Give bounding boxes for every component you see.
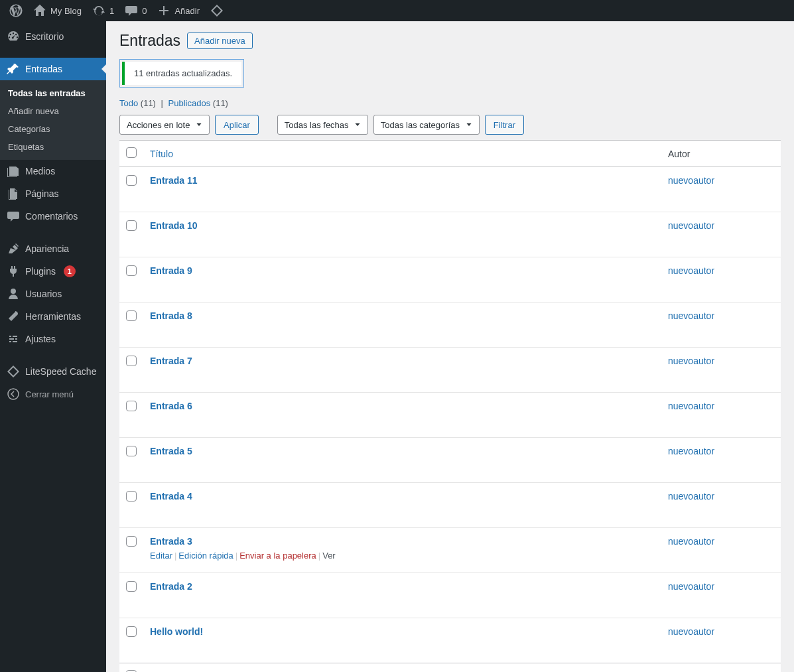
author-link[interactable]: nuevoautor <box>668 310 714 321</box>
author-link[interactable]: nuevoautor <box>668 536 714 547</box>
post-title-link[interactable]: Entrada 10 <box>150 220 198 231</box>
media-icon <box>7 165 20 178</box>
nav-label: Entradas <box>25 64 62 74</box>
sub-add-new[interactable]: Añadir nueva <box>0 102 106 120</box>
row-checkbox[interactable] <box>126 220 137 231</box>
post-title-link[interactable]: Entrada 2 <box>150 581 192 592</box>
date-filter-select[interactable]: Todas las fechas <box>277 115 368 135</box>
nav-pages[interactable]: Páginas <box>0 182 106 205</box>
nav-plugins[interactable]: Plugins 1 <box>0 260 106 283</box>
nav-posts[interactable]: Entradas <box>0 58 106 80</box>
nav-tools[interactable]: Herramientas <box>0 305 106 328</box>
view-published-count: (11) <box>213 98 228 108</box>
row-checkbox[interactable] <box>126 401 137 411</box>
home-icon <box>33 4 46 17</box>
nav-dashboard[interactable]: Escritorio <box>0 25 106 48</box>
table-row: Entrada 2Editar|Edición rápida|Enviar a … <box>119 573 781 618</box>
nav-media[interactable]: Medios <box>0 160 106 182</box>
plus-icon <box>157 4 170 17</box>
wp-logo[interactable] <box>4 0 28 21</box>
column-title-header[interactable]: Título <box>150 149 173 159</box>
nav-label: Cerrar menú <box>25 389 74 399</box>
author-link[interactable]: nuevoautor <box>668 265 714 276</box>
post-title-link[interactable]: Entrada 9 <box>150 265 192 276</box>
table-row: Entrada 5Editar|Edición rápida|Enviar a … <box>119 438 781 483</box>
updates-count: 1 <box>109 6 114 16</box>
settings-icon <box>7 332 20 346</box>
users-icon <box>7 287 20 301</box>
post-title-link[interactable]: Hello world! <box>150 626 203 637</box>
row-checkbox[interactable] <box>126 446 137 456</box>
bulk-actions-select[interactable]: Acciones en lote <box>119 115 210 135</box>
post-title-link[interactable]: Entrada 7 <box>150 356 192 366</box>
author-link[interactable]: nuevoautor <box>668 446 714 456</box>
view-all-count: (11) <box>141 98 156 108</box>
litespeed-icon <box>210 4 224 17</box>
author-link[interactable]: nuevoautor <box>668 220 714 231</box>
row-checkbox[interactable] <box>126 265 137 276</box>
row-action-trash[interactable]: Enviar a la papelera <box>239 551 316 561</box>
post-title-link[interactable]: Entrada 5 <box>150 446 192 456</box>
site-name: My Blog <box>50 6 82 16</box>
column-author-footer: Autor <box>661 663 781 673</box>
pin-icon <box>7 62 20 76</box>
table-row: Entrada 4Editar|Edición rápida|Enviar a … <box>119 483 781 528</box>
author-link[interactable]: nuevoautor <box>668 356 714 366</box>
apply-button-top[interactable]: Aplicar <box>215 115 259 135</box>
plugins-update-badge: 1 <box>64 265 76 277</box>
category-filter-select[interactable]: Todas las categorías <box>373 115 480 135</box>
table-row: Entrada 3Editar|Edición rápida|Enviar a … <box>119 528 781 573</box>
row-action-view[interactable]: Ver <box>322 551 336 561</box>
sub-categories[interactable]: Categorías <box>0 120 106 138</box>
updates-link[interactable]: 1 <box>87 0 119 21</box>
post-title-link[interactable]: Entrada 11 <box>150 175 198 186</box>
sub-all-posts[interactable]: Todas las entradas <box>0 84 106 102</box>
nav-settings[interactable]: Ajustes <box>0 328 106 350</box>
column-author-header: Autor <box>661 141 781 167</box>
nav-litespeed[interactable]: LiteSpeed Cache <box>0 360 106 383</box>
post-title-link[interactable]: Entrada 4 <box>150 491 192 502</box>
nav-separator <box>0 354 106 357</box>
author-link[interactable]: nuevoautor <box>668 175 714 186</box>
comments-link[interactable]: 0 <box>119 0 152 21</box>
author-link[interactable]: nuevoautor <box>668 401 714 411</box>
filter-button[interactable]: Filtrar <box>485 115 524 135</box>
nav-label: Herramientas <box>25 311 81 322</box>
view-all[interactable]: Todo <box>119 98 138 108</box>
author-link[interactable]: nuevoautor <box>668 626 714 637</box>
nav-label: Comentarios <box>25 211 78 222</box>
row-checkbox[interactable] <box>126 581 137 592</box>
list-views: Todo (11) | Publicados (11) <box>119 98 781 108</box>
post-title-link[interactable]: Entrada 6 <box>150 401 192 411</box>
nav-label: LiteSpeed Cache <box>25 366 96 377</box>
admin-top-bar: My Blog 1 0 Añadir <box>0 0 794 21</box>
row-checkbox[interactable] <box>126 175 137 186</box>
select-all-checkbox[interactable] <box>126 147 137 158</box>
row-checkbox[interactable] <box>126 491 137 502</box>
site-name-link[interactable]: My Blog <box>28 0 87 21</box>
nav-collapse[interactable]: Cerrar menú <box>0 383 106 405</box>
nav-appearance[interactable]: Apariencia <box>0 237 106 260</box>
row-checkbox[interactable] <box>126 626 137 637</box>
sub-tags[interactable]: Etiquetas <box>0 138 106 156</box>
nav-label: Plugins <box>25 266 56 277</box>
new-content-link[interactable]: Añadir <box>152 0 205 21</box>
add-new-button[interactable]: Añadir nueva <box>187 33 253 49</box>
row-action-quick-edit[interactable]: Edición rápida <box>178 551 233 561</box>
litespeed-topbar[interactable] <box>205 0 229 21</box>
comments-count: 0 <box>142 6 147 16</box>
post-title-link[interactable]: Entrada 8 <box>150 310 192 321</box>
row-checkbox[interactable] <box>126 356 137 366</box>
nav-separator <box>0 51 106 54</box>
post-title-link[interactable]: Entrada 3 <box>150 536 192 547</box>
row-action-edit[interactable]: Editar <box>150 551 172 561</box>
nav-comments[interactable]: Comentarios <box>0 205 106 228</box>
author-link[interactable]: nuevoautor <box>668 491 714 502</box>
view-published[interactable]: Publicados <box>168 98 211 108</box>
svg-point-0 <box>8 389 19 399</box>
row-checkbox[interactable] <box>126 536 137 547</box>
author-link[interactable]: nuevoautor <box>668 581 714 592</box>
nav-users[interactable]: Usuarios <box>0 283 106 305</box>
row-checkbox[interactable] <box>126 310 137 321</box>
dashboard-icon <box>7 30 20 43</box>
